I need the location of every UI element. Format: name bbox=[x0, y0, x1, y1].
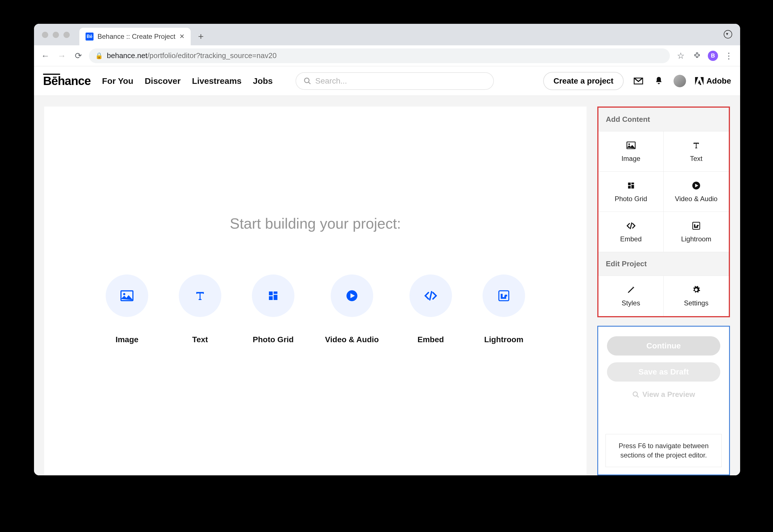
embed-icon bbox=[626, 221, 636, 231]
url-text: behance.net/portfolio/editor?tracking_so… bbox=[107, 51, 277, 60]
block-label: Embed bbox=[417, 335, 444, 344]
maximize-window-icon[interactable] bbox=[63, 32, 70, 38]
back-button[interactable]: ← bbox=[40, 50, 51, 61]
account-switcher-icon[interactable] bbox=[724, 30, 732, 39]
photo-grid-icon bbox=[252, 274, 294, 317]
tile-photo-grid[interactable]: Photo Grid bbox=[598, 172, 664, 212]
messages-icon[interactable] bbox=[633, 75, 644, 87]
favicon-icon: Bē bbox=[86, 33, 94, 41]
content-area: Start building your project: Image bbox=[34, 96, 740, 475]
block-label: Image bbox=[116, 335, 139, 344]
block-option-text[interactable]: Text bbox=[179, 274, 221, 344]
block-label: Video & Audio bbox=[325, 335, 379, 344]
browser-window: Bē Behance :: Create Project ✕ + ← → ⟳ 🔒… bbox=[34, 24, 740, 475]
actions-panel: Continue Save as Draft View a Preview Pr… bbox=[597, 326, 730, 475]
behance-logo[interactable]: Bēhance bbox=[43, 74, 91, 88]
video-audio-icon bbox=[331, 274, 373, 317]
tile-label: Embed bbox=[620, 235, 642, 243]
close-window-icon[interactable] bbox=[42, 32, 48, 38]
edit-project-grid: Styles Settings bbox=[598, 276, 729, 316]
extensions-icon[interactable] bbox=[691, 50, 703, 61]
view-preview-link[interactable]: View a Preview bbox=[632, 390, 695, 399]
svg-point-20 bbox=[633, 392, 637, 396]
tile-image[interactable]: Image bbox=[598, 131, 664, 172]
reload-button[interactable]: ⟳ bbox=[73, 50, 84, 61]
create-project-button[interactable]: Create a project bbox=[543, 72, 624, 90]
tile-settings[interactable]: Settings bbox=[664, 276, 729, 316]
block-option-embed[interactable]: Embed bbox=[409, 274, 452, 344]
adobe-logo-icon bbox=[695, 77, 704, 85]
svg-point-12 bbox=[628, 143, 630, 145]
notifications-icon[interactable] bbox=[653, 75, 664, 87]
tile-label: Video & Audio bbox=[675, 195, 717, 203]
app-header: Bēhance For You Discover Livestreams Job… bbox=[34, 66, 740, 96]
search-icon bbox=[632, 391, 640, 398]
tile-label: Photo Grid bbox=[615, 195, 647, 203]
url-path: /portfolio/editor?tracking_source=nav20 bbox=[147, 51, 277, 60]
nav-discover[interactable]: Discover bbox=[145, 76, 181, 86]
lock-icon: 🔒 bbox=[95, 52, 103, 59]
save-draft-button[interactable]: Save as Draft bbox=[607, 362, 720, 382]
tile-lightroom[interactable]: Lr Lightroom bbox=[664, 212, 729, 252]
tab-title: Behance :: Create Project bbox=[97, 33, 175, 41]
search-icon bbox=[303, 77, 311, 85]
svg-rect-4 bbox=[269, 291, 273, 295]
tile-label: Text bbox=[690, 155, 702, 163]
bookmark-star-icon[interactable]: ☆ bbox=[675, 50, 686, 61]
image-icon bbox=[106, 274, 148, 317]
svg-point-3 bbox=[123, 293, 126, 295]
minimize-window-icon[interactable] bbox=[53, 32, 59, 38]
nav-jobs[interactable]: Jobs bbox=[253, 76, 273, 86]
block-option-video-audio[interactable]: Video & Audio bbox=[325, 274, 379, 344]
edit-project-header: Edit Project bbox=[598, 252, 729, 276]
keyboard-hint: Press F6 to navigate between sections of… bbox=[606, 434, 722, 467]
tile-styles[interactable]: Styles bbox=[598, 276, 664, 316]
block-option-photo-grid[interactable]: Photo Grid bbox=[252, 274, 294, 344]
lightroom-icon: Lr bbox=[483, 274, 525, 317]
urlbar: ← → ⟳ 🔒 behance.net/portfolio/editor?tra… bbox=[34, 45, 740, 66]
svg-rect-16 bbox=[628, 186, 630, 188]
canvas: Start building your project: Image bbox=[44, 107, 587, 475]
new-tab-button[interactable]: + bbox=[194, 29, 208, 43]
svg-text:Lr: Lr bbox=[694, 224, 698, 228]
add-content-grid: Image Text Photo Grid bbox=[598, 131, 729, 252]
address-bar[interactable]: 🔒 behance.net/portfolio/editor?tracking_… bbox=[89, 48, 670, 63]
svg-line-1 bbox=[308, 82, 310, 84]
embed-icon bbox=[409, 274, 452, 317]
block-row: Image Text Photo Grid bbox=[106, 274, 525, 344]
svg-rect-13 bbox=[628, 182, 630, 185]
avatar[interactable] bbox=[674, 75, 686, 87]
profile-badge[interactable]: B bbox=[708, 51, 718, 61]
tile-text[interactable]: Text bbox=[664, 131, 729, 172]
adobe-link[interactable]: Adobe bbox=[695, 76, 731, 86]
search-input[interactable] bbox=[315, 76, 486, 86]
block-option-image[interactable]: Image bbox=[106, 274, 148, 344]
tile-video-audio[interactable]: Video & Audio bbox=[664, 172, 729, 212]
block-label: Text bbox=[192, 335, 208, 344]
add-content-header: Add Content bbox=[598, 108, 729, 131]
adobe-label: Adobe bbox=[706, 76, 731, 86]
image-icon bbox=[626, 141, 636, 150]
text-icon bbox=[691, 141, 701, 150]
nav-livestreams[interactable]: Livestreams bbox=[192, 76, 241, 86]
svg-point-0 bbox=[304, 78, 309, 82]
titlebar: Bē Behance :: Create Project ✕ + bbox=[34, 24, 740, 45]
search-field[interactable] bbox=[296, 72, 494, 90]
tile-label: Settings bbox=[684, 299, 709, 307]
text-icon bbox=[179, 274, 221, 317]
settings-icon bbox=[691, 285, 701, 295]
forward-button[interactable]: → bbox=[56, 50, 67, 61]
close-tab-icon[interactable]: ✕ bbox=[179, 33, 184, 40]
view-preview-label: View a Preview bbox=[642, 390, 695, 399]
browser-menu-icon[interactable]: ⋮ bbox=[723, 50, 734, 61]
url-host: behance.net bbox=[107, 51, 147, 60]
browser-tab[interactable]: Bē Behance :: Create Project ✕ bbox=[79, 28, 191, 45]
window-controls[interactable] bbox=[42, 32, 70, 38]
continue-button[interactable]: Continue bbox=[607, 336, 720, 356]
lightroom-icon: Lr bbox=[691, 221, 701, 231]
tile-label: Image bbox=[621, 155, 640, 163]
block-option-lightroom[interactable]: Lr Lightroom bbox=[483, 274, 525, 344]
nav-for-you[interactable]: For You bbox=[102, 76, 133, 86]
tile-embed[interactable]: Embed bbox=[598, 212, 664, 252]
video-audio-icon bbox=[691, 181, 701, 190]
